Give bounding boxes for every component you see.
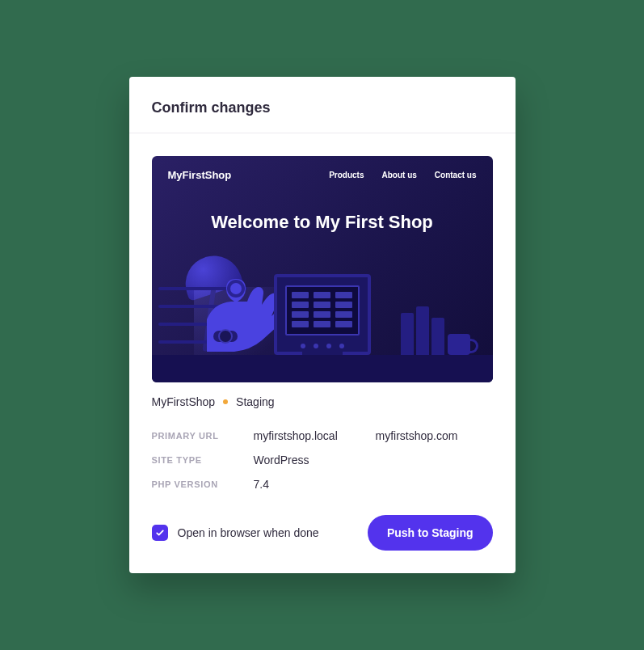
site-type-value: WordPress — [254, 454, 493, 466]
preview-hero: Welcome to My First Shop — [152, 212, 493, 233]
primary-url-label: PRIMARY URL — [152, 431, 249, 441]
confirm-changes-dialog: Confirm changes MyFirstShop Products Abo… — [129, 77, 516, 573]
open-in-browser-option[interactable]: Open in browser when done — [152, 525, 319, 541]
status-dot-icon — [223, 399, 228, 404]
checkbox-checked-icon[interactable] — [152, 525, 168, 541]
primary-url-remote: myfirstshop.com — [376, 429, 493, 442]
site-preview: MyFirstShop Products About us Contact us… — [152, 156, 493, 382]
preview-logo: MyFirstShop — [168, 169, 232, 181]
dialog-header: Confirm changes — [129, 77, 516, 133]
dialog-title: Confirm changes — [152, 99, 493, 116]
preview-illustration — [152, 253, 493, 382]
preview-nav-item: Contact us — [435, 171, 477, 179]
monitor-icon — [274, 274, 371, 355]
svg-point-2 — [219, 330, 232, 343]
preview-nav: Products About us Contact us — [329, 171, 476, 179]
details-grid: PRIMARY URL myfirstshop.local myfirstsho… — [152, 429, 493, 491]
php-version-value: 7.4 — [254, 478, 493, 491]
php-version-label: PHP VERSION — [152, 479, 249, 489]
preview-nav-item: Products — [329, 171, 364, 179]
site-meta: MyFirstShop Staging — [152, 395, 493, 408]
dialog-actions: Open in browser when done Push to Stagin… — [152, 515, 493, 551]
mug-icon — [448, 334, 470, 355]
site-type-label: SITE TYPE — [152, 455, 249, 465]
binders-icon — [401, 306, 444, 355]
dialog-body: MyFirstShop Products About us Contact us… — [129, 133, 516, 573]
preview-nav-item: About us — [382, 171, 417, 179]
site-name: MyFirstShop — [152, 395, 216, 408]
desk-icon — [152, 355, 493, 382]
preview-topbar: MyFirstShop Products About us Contact us — [152, 156, 493, 194]
open-in-browser-label: Open in browser when done — [178, 526, 319, 539]
push-to-staging-button[interactable]: Push to Staging — [368, 515, 493, 551]
primary-url-local: myfirstshop.local — [254, 429, 371, 442]
environment-label: Staging — [236, 395, 274, 408]
